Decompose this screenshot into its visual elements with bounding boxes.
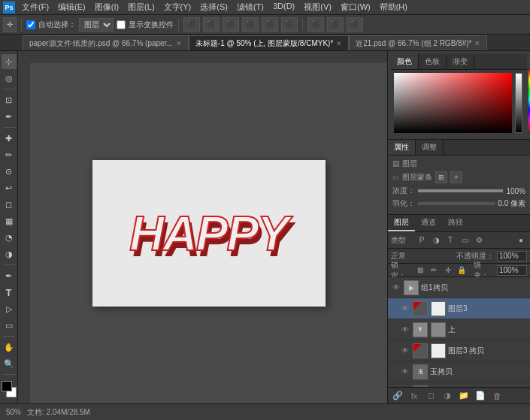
layers-panel-tabs: 图层 通道 路径: [388, 215, 530, 232]
tab-recent-close[interactable]: ✕: [474, 40, 480, 47]
crop-tool[interactable]: ⊡: [2, 92, 17, 107]
auto-select-dropdown[interactable]: 图层: [79, 18, 114, 32]
eraser-tool[interactable]: ◻: [2, 197, 17, 212]
menu-3d[interactable]: 3D(D): [269, 1, 298, 14]
eyedropper-tool[interactable]: ✒: [2, 109, 17, 124]
layer-fx-btn[interactable]: fx: [407, 389, 421, 403]
filter-adj-btn[interactable]: ◑: [430, 234, 442, 246]
filter-shape-btn[interactable]: ▭: [459, 234, 471, 246]
menu-select[interactable]: 选择(S): [196, 1, 232, 14]
filter-text-btn[interactable]: T: [444, 234, 456, 246]
align-mid-btn[interactable]: ⬛: [262, 17, 278, 32]
pen-tool[interactable]: ✒: [2, 268, 17, 283]
layer-delete-btn[interactable]: 🗑: [490, 389, 504, 403]
distribute2-btn[interactable]: ⬛: [327, 17, 344, 32]
menu-file[interactable]: 文件(F): [18, 1, 53, 14]
layer-new-btn[interactable]: 📄: [474, 389, 487, 403]
tab-untitled[interactable]: 未标题-1 @ 50% (上, 图层蒙版/8/CMYK)* ✕: [189, 35, 350, 50]
layer-group-btn[interactable]: 📁: [457, 389, 471, 403]
layer-eye-3[interactable]: 👁: [400, 304, 410, 314]
adjustments-tab[interactable]: 调整: [416, 140, 444, 155]
color-tab[interactable]: 颜色: [391, 54, 419, 69]
align-top-btn[interactable]: ⬛: [242, 17, 259, 32]
align-center-btn[interactable]: ⬛: [203, 17, 220, 32]
distribute-btn[interactable]: ⬛: [307, 17, 324, 32]
layer-adjustment-btn[interactable]: ◑: [441, 389, 454, 403]
lasso-tool[interactable]: ◎: [2, 71, 17, 86]
properties-section: 🖼 图层 ▭ 图层蒙条 ⊞ + 浓度： 100% 羽化：: [388, 156, 530, 215]
paths-tab[interactable]: 路径: [442, 215, 469, 231]
layer-mask-btn[interactable]: ◻: [424, 389, 438, 403]
fill-options-btn[interactable]: ⊞: [435, 171, 447, 183]
distribute3-btn[interactable]: ⬛: [347, 17, 363, 32]
brush-tool[interactable]: ✏: [2, 147, 17, 162]
filter-smart-btn[interactable]: ⚙: [473, 234, 485, 246]
tab-untitled-close[interactable]: ✕: [336, 40, 342, 47]
canvas-document: HAPPY HAPPY: [92, 160, 326, 307]
lock-transparent-btn[interactable]: ⊠: [414, 264, 426, 276]
align-right-btn[interactable]: ⬛: [223, 17, 239, 32]
move-tool-btn[interactable]: ✛: [3, 17, 17, 32]
layer-link-btn[interactable]: 🔗: [391, 389, 404, 403]
lock-position-btn[interactable]: ✛: [443, 264, 454, 276]
fill-input[interactable]: [497, 265, 527, 276]
align-left-btn[interactable]: ⬛: [183, 17, 200, 32]
density-slider[interactable]: [418, 189, 503, 192]
menu-layer[interactable]: 图层(L): [124, 1, 158, 14]
text-tool[interactable]: T: [2, 285, 17, 300]
path-tool[interactable]: ▷: [2, 301, 17, 316]
menu-image[interactable]: 图像(I): [91, 1, 123, 14]
hand-tool[interactable]: ✋: [2, 340, 17, 355]
fill-add-btn[interactable]: +: [450, 171, 462, 183]
fg-color-swatch[interactable]: [2, 381, 12, 391]
layer-name-3copy: 图层3 拷贝: [448, 346, 527, 356]
menu-edit[interactable]: 编辑(E): [54, 1, 89, 14]
properties-tab[interactable]: 属性: [388, 140, 416, 155]
heal-tool[interactable]: ✚: [2, 131, 17, 146]
tab-paper[interactable]: paper源文件·纸质的.psd @ 66.7% (paper... ✕: [23, 35, 189, 50]
layers-tab[interactable]: 图层: [388, 215, 415, 231]
blur-tool[interactable]: ◔: [2, 230, 17, 245]
gradient-tool[interactable]: ▦: [2, 213, 17, 228]
feather-value: 0.0 像素: [498, 198, 525, 209]
transform-checkbox[interactable]: [117, 20, 126, 29]
menu-view[interactable]: 视图(V): [300, 1, 335, 14]
menu-filter[interactable]: 滤镜(T): [233, 1, 268, 14]
lock-image-btn[interactable]: ✏: [429, 264, 440, 276]
select-tool[interactable]: ⊹: [2, 54, 17, 69]
channels-tab[interactable]: 通道: [415, 215, 442, 231]
layer-eye-3copy[interactable]: 👁: [400, 346, 410, 356]
feather-slider[interactable]: [418, 202, 495, 205]
layer-eye-top1[interactable]: 👁: [400, 325, 410, 335]
layer-eye-group1copy[interactable]: 👁: [391, 283, 401, 293]
layer-3[interactable]: 👁 图层3: [388, 298, 530, 319]
brightness-strip[interactable]: [515, 73, 522, 133]
layers-list[interactable]: 👁 ▶ 组1拷贝 👁 图层3 👁 T 上: [388, 277, 530, 387]
shape-tool[interactable]: ▭: [2, 318, 17, 333]
filter-toggle-btn[interactable]: ●: [515, 234, 527, 246]
auto-select-checkbox[interactable]: [26, 20, 35, 29]
menu-help[interactable]: 帮助(H): [376, 1, 411, 14]
opacity-input[interactable]: [497, 251, 527, 261]
tab-paper-close[interactable]: ✕: [176, 40, 182, 47]
align-bottom-btn[interactable]: ⬛: [281, 17, 298, 32]
gradient-tab[interactable]: 渐变: [447, 54, 474, 69]
filter-type-btn[interactable]: P: [416, 234, 428, 246]
layer-eye-jade[interactable]: 👁: [400, 367, 410, 377]
tab-recent[interactable]: 近21.psd @ 66.7% (组 2 RGB/8#)* ✕: [349, 35, 487, 50]
dodge-tool[interactable]: ◑: [2, 246, 17, 261]
menu-text[interactable]: 文字(Y): [160, 1, 195, 14]
color-gradient-field[interactable]: [394, 73, 512, 133]
stamp-tool[interactable]: ⊙: [2, 164, 17, 179]
menu-window[interactable]: 窗口(W): [337, 1, 374, 14]
zoom-tool[interactable]: 🔍: [2, 356, 17, 371]
history-brush[interactable]: ↩: [2, 180, 17, 195]
properties-panel-tabs: 属性 调整: [388, 140, 530, 156]
layer-group1-copy[interactable]: 👁 ▶ 组1拷贝: [388, 277, 530, 298]
canvas-area[interactable]: HAPPY HAPPY: [18, 51, 387, 403]
layer-top1[interactable]: 👁 T 上: [388, 319, 530, 340]
swatches-tab[interactable]: 色板: [419, 54, 447, 69]
layer-3-copy[interactable]: 👁 图层3 拷贝: [388, 340, 530, 361]
layer-jade-copy[interactable]: 👁 玉 玉拷贝: [388, 361, 530, 382]
lock-all-btn[interactable]: 🔒: [456, 264, 468, 276]
